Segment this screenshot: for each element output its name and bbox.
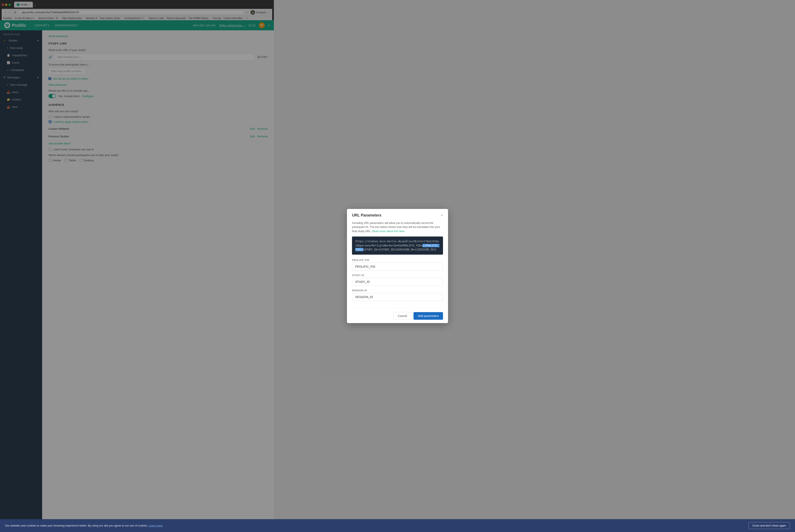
dialog-overlay[interactable]: URL Parameters × Including URL parameter… <box>0 0 274 532</box>
cookie-learn-more-link[interactable]: Learn more <box>149 524 163 527</box>
cookie-text: Our website uses cookies to make your br… <box>5 524 163 527</box>
cookie-banner: Our website uses cookies to make your br… <box>0 519 274 532</box>
